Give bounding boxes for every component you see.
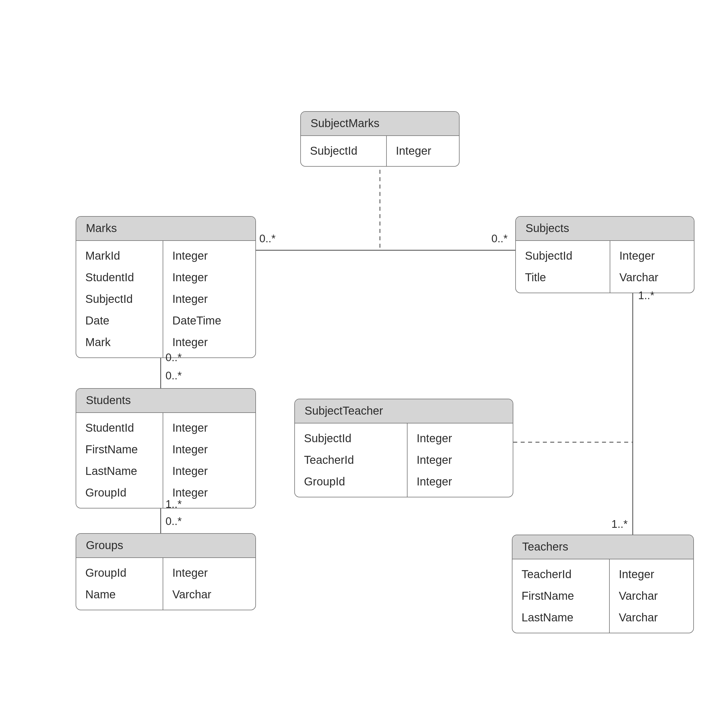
multiplicity-label: 1..* xyxy=(165,498,182,511)
column-type: Integer xyxy=(610,563,693,585)
column-name: Name xyxy=(76,584,163,605)
entity-title: Marks xyxy=(76,217,255,241)
column-name: GroupId xyxy=(76,562,163,584)
entity-subjects: Subjects SubjectId Title Integer Varchar xyxy=(515,216,694,293)
column-type: Integer xyxy=(387,140,459,162)
column-type: Integer xyxy=(163,331,255,353)
column-type: Integer xyxy=(407,427,513,449)
column-type: Integer xyxy=(407,449,513,471)
multiplicity-label: 1..* xyxy=(638,289,655,302)
column-name: LastName xyxy=(76,460,163,482)
entity-title: SubjectMarks xyxy=(301,112,459,136)
column-name: SubjectId xyxy=(516,245,610,266)
entity-title: Subjects xyxy=(516,217,694,241)
column-name: LastName xyxy=(512,607,609,628)
column-type: Varchar xyxy=(610,607,693,628)
column-name: Title xyxy=(516,266,610,288)
column-name: TeacherId xyxy=(512,563,609,585)
column-type: Varchar xyxy=(163,584,255,605)
entity-title: Students xyxy=(76,389,255,413)
multiplicity-label: 0..* xyxy=(259,232,275,245)
column-type: Integer xyxy=(163,417,255,439)
entity-subject-teacher: SubjectTeacher SubjectId TeacherId Group… xyxy=(294,399,513,497)
column-type: Integer xyxy=(163,562,255,584)
multiplicity-label: 0..* xyxy=(165,515,182,528)
column-name: TeacherId xyxy=(295,449,407,471)
entity-title: Groups xyxy=(76,534,255,558)
entity-subject-marks: SubjectMarks SubjectId Integer xyxy=(300,111,460,167)
column-type: Integer xyxy=(163,460,255,482)
column-name: FirstName xyxy=(76,439,163,460)
column-type: Varchar xyxy=(610,585,693,607)
column-name: SubjectId xyxy=(301,140,386,162)
column-name: Date xyxy=(76,310,163,331)
column-name: MarkId xyxy=(76,245,163,266)
column-type: Integer xyxy=(407,471,513,492)
column-name: StudentId xyxy=(76,266,163,288)
column-type: Integer xyxy=(163,288,255,310)
column-type: Integer xyxy=(163,439,255,460)
entity-title: Teachers xyxy=(512,535,693,559)
column-type: Integer xyxy=(610,245,694,266)
column-type: Integer xyxy=(163,266,255,288)
column-name: GroupId xyxy=(76,482,163,503)
entity-students: Students StudentId FirstName LastName Gr… xyxy=(76,388,256,508)
column-name: Mark xyxy=(76,331,163,353)
column-name: SubjectId xyxy=(76,288,163,310)
multiplicity-label: 0..* xyxy=(165,352,182,364)
entity-title: SubjectTeacher xyxy=(295,399,513,424)
column-type: Varchar xyxy=(610,266,694,288)
column-name: SubjectId xyxy=(295,427,407,449)
column-name: GroupId xyxy=(295,471,407,492)
entity-groups: Groups GroupId Name Integer Varchar xyxy=(76,533,256,610)
entity-marks: Marks MarkId StudentId SubjectId Date Ma… xyxy=(76,216,256,358)
entity-teachers: Teachers TeacherId FirstName LastName In… xyxy=(512,535,694,633)
multiplicity-label: 0..* xyxy=(165,370,182,382)
er-diagram-canvas: { "entities": { "subjectMarks": { "title… xyxy=(0,0,728,728)
column-type: Integer xyxy=(163,245,255,266)
multiplicity-label: 0..* xyxy=(491,232,508,245)
multiplicity-label: 1..* xyxy=(612,518,628,530)
column-type: DateTime xyxy=(163,310,255,331)
column-name: FirstName xyxy=(512,585,609,607)
column-name: StudentId xyxy=(76,417,163,439)
